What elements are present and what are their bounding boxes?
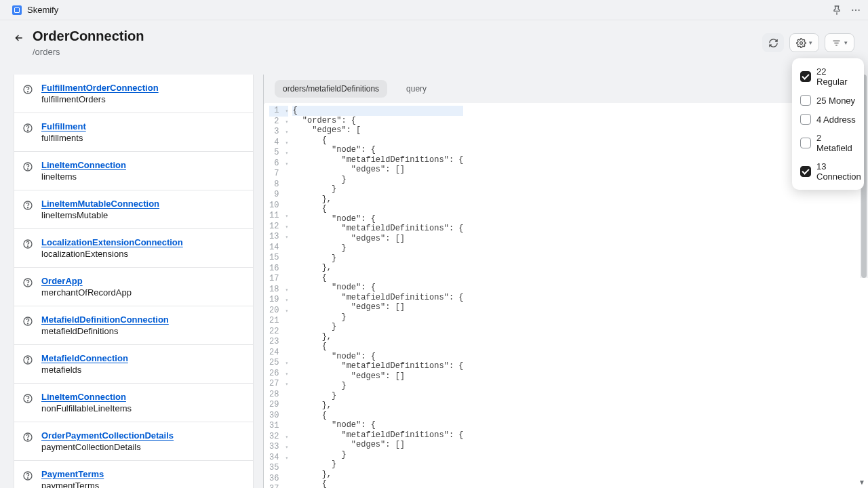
checkbox-icon[interactable] (800, 71, 811, 82)
svg-point-24 (27, 401, 28, 401)
help-icon[interactable] (22, 354, 35, 367)
sidebar-field-label: nonFulfillableLineItems (41, 403, 132, 413)
sidebar-item[interactable]: Fulfillmentfulfillments (14, 113, 253, 152)
sidebar-item[interactable]: LineItemConnectionnonFulfillableLineItem… (14, 384, 253, 422)
sidebar-field-label: merchantOfRecordApp (41, 287, 132, 298)
sidebar-type-link[interactable]: Fulfillment (41, 121, 86, 131)
help-icon[interactable] (22, 123, 35, 135)
filter-label: 13 Connection (816, 161, 861, 182)
help-icon[interactable] (22, 277, 35, 289)
svg-point-26 (27, 439, 28, 440)
editor-tab-active[interactable]: orders/metafieldDefinitions (275, 80, 387, 98)
editor-pane: orders/metafieldDefinitions query 1 ▾2 ▾… (263, 75, 868, 488)
sidebar-item[interactable]: FulfillmentOrderConnectionfulfillmentOrd… (14, 75, 253, 113)
help-icon[interactable] (22, 470, 35, 483)
refresh-button[interactable] (762, 33, 784, 52)
sidebar-field-label: localizationExtensions (41, 249, 183, 259)
sidebar-item[interactable]: MetafieldDefinitionConnectionmetafieldDe… (14, 306, 253, 345)
sidebar-field-label: fulfillmentOrders (41, 94, 159, 104)
checkbox-icon[interactable] (800, 138, 811, 148)
filter-option[interactable]: 2 Metafield (795, 129, 861, 157)
sidebar-field-label: metafields (41, 365, 128, 375)
settings-button[interactable]: ▾ (789, 33, 819, 52)
scroll-down-icon[interactable]: ▼ (859, 479, 867, 487)
code-editor[interactable]: 1 ▾2 ▾3 ▾4 ▾5 ▾6 ▾7 8 9 10 11 ▾12 ▾13 ▾1… (264, 103, 868, 488)
main-body: FulfillmentOrderConnectionfulfillmentOrd… (0, 75, 868, 488)
sidebar-field-label: lineItems (41, 171, 126, 182)
filter-label: 25 Money (816, 96, 855, 106)
chevron-down-icon: ▾ (809, 39, 812, 46)
help-icon[interactable] (22, 200, 35, 212)
sidebar-type-link[interactable]: LineItemMutableConnection (41, 199, 159, 209)
svg-point-18 (27, 285, 28, 285)
sidebar-item[interactable]: MetafieldConnectionmetafields (14, 345, 253, 384)
svg-point-8 (27, 92, 28, 92)
more-icon[interactable] (850, 5, 861, 16)
window-tab-bar: Skemify (0, 0, 868, 20)
checkbox-icon[interactable] (800, 114, 811, 125)
sidebar-item[interactable]: LocalizationExtensionConnectionlocalizat… (14, 229, 253, 268)
svg-point-10 (27, 130, 28, 131)
svg-point-16 (27, 246, 28, 247)
svg-point-3 (800, 41, 803, 44)
sidebar-type-link[interactable]: LineItemConnection (41, 392, 132, 402)
sidebar-type-link[interactable]: OrderApp (41, 276, 132, 286)
svg-point-12 (27, 169, 28, 169)
sidebar-item[interactable]: LineItemConnectionlineItems (14, 152, 253, 190)
filter-button[interactable]: ▾ (825, 33, 854, 52)
svg-point-28 (27, 478, 28, 479)
filter-option[interactable]: 4 Address (795, 110, 861, 129)
svg-point-0 (852, 9, 853, 10)
svg-point-2 (859, 9, 860, 10)
page-header: OrderConnection /orders ▾ ▾ (0, 20, 868, 66)
help-icon[interactable] (22, 239, 35, 251)
filter-label: 2 Metafield (816, 133, 856, 153)
help-icon[interactable] (22, 432, 35, 444)
help-icon[interactable] (22, 316, 35, 328)
sidebar-type-link[interactable]: LocalizationExtensionConnection (41, 237, 183, 247)
sidebar-type-link[interactable]: MetafieldDefinitionConnection (41, 314, 169, 325)
filter-dropdown: 22 Regular25 Money4 Address2 Metafield13… (792, 58, 864, 190)
sidebar-field-label: metafieldDefinitions (41, 326, 169, 336)
sidebar-type-link[interactable]: MetafieldConnection (41, 353, 128, 363)
window-tab[interactable]: Skemify (7, 2, 64, 18)
checkbox-icon[interactable] (800, 95, 811, 106)
editor-tabs: orders/metafieldDefinitions query (264, 75, 868, 103)
sidebar-item[interactable]: OrderAppmerchantOfRecordApp (14, 268, 253, 306)
chevron-down-icon: ▾ (844, 39, 848, 46)
svg-point-22 (27, 362, 28, 363)
sidebar-type-link[interactable]: LineItemConnection (41, 160, 126, 170)
help-icon[interactable] (22, 161, 35, 174)
sidebar-type-link[interactable]: OrderPaymentCollectionDetails (41, 430, 174, 441)
filter-label: 4 Address (816, 115, 856, 125)
help-icon[interactable] (22, 393, 35, 405)
sidebar-item[interactable]: LineItemMutableConnectionlineItemsMutabl… (14, 190, 253, 229)
filter-option[interactable]: 25 Money (795, 91, 861, 110)
svg-point-14 (27, 207, 28, 208)
sidebar-type-link[interactable]: FulfillmentOrderConnection (41, 83, 159, 93)
page-title: OrderConnection (33, 28, 144, 44)
sidebar-item[interactable]: OrderPaymentCollectionDetailspaymentColl… (14, 422, 253, 461)
checkbox-icon[interactable] (800, 166, 811, 177)
page-path: /orders (33, 47, 144, 57)
filter-label: 22 Regular (816, 66, 856, 87)
sidebar[interactable]: FulfillmentOrderConnectionfulfillmentOrd… (0, 75, 263, 488)
sidebar-type-link[interactable]: PaymentTerms (41, 469, 104, 479)
pin-icon[interactable] (831, 5, 842, 16)
svg-point-20 (27, 323, 28, 324)
svg-point-1 (855, 9, 856, 10)
help-icon[interactable] (22, 84, 35, 96)
sidebar-field-label: paymentTerms (41, 481, 104, 488)
editor-tab-query[interactable]: query (398, 80, 435, 98)
sidebar-field-label: lineItemsMutable (41, 210, 159, 220)
filter-option[interactable]: 22 Regular (795, 62, 861, 91)
sidebar-item[interactable]: PaymentTermspaymentTerms (14, 461, 253, 488)
back-arrow-icon[interactable] (14, 33, 24, 43)
sidebar-field-label: fulfillments (41, 133, 86, 143)
app-favicon-icon (12, 5, 22, 15)
filter-option[interactable]: 13 Connection (795, 157, 861, 186)
tab-title: Skemify (27, 5, 58, 15)
sidebar-field-label: paymentCollectionDetails (41, 442, 174, 452)
